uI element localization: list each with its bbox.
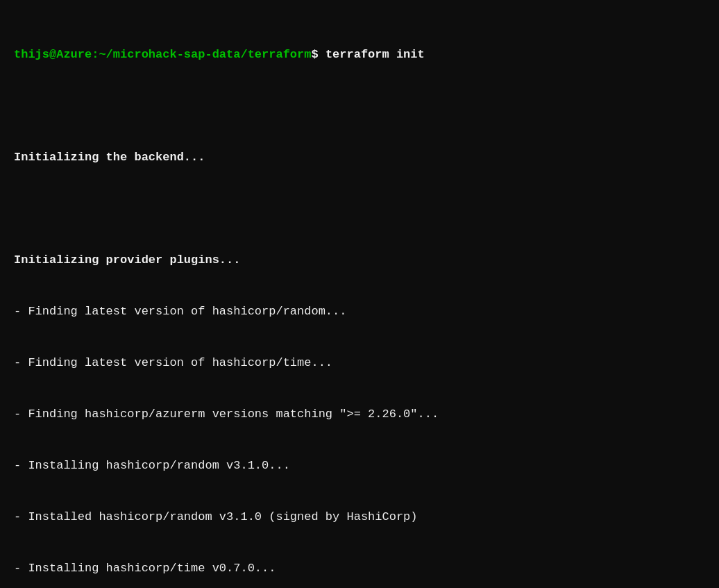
empty-line-2 — [14, 201, 705, 218]
prompt-path: :~/microhack-sap-data/terraform — [92, 48, 311, 61]
prompt-command: terraform init — [325, 48, 425, 61]
prompt-dollar: $ — [311, 48, 325, 61]
prompt-user: thijs@Azure — [14, 48, 92, 61]
empty-line-1 — [14, 98, 705, 115]
prompt-line: thijs@Azure:~/microhack-sap-data/terrafo… — [14, 47, 705, 64]
install-time-line: - Installing hashicorp/time v0.7.0... — [14, 560, 705, 578]
find-azurerm-line: - Finding hashicorp/azurerm versions mat… — [14, 406, 705, 423]
find-time-line: - Finding latest version of hashicorp/ti… — [14, 355, 705, 372]
terminal-output: thijs@Azure:~/microhack-sap-data/terrafo… — [14, 12, 705, 588]
find-random-line: - Finding latest version of hashicorp/ra… — [14, 303, 705, 321]
installed-random-line: - Installed hashicorp/random v3.1.0 (sig… — [14, 509, 705, 526]
backend-init-line: Initializing the backend... — [14, 149, 705, 167]
plugins-header-line: Initializing provider plugins... — [14, 252, 705, 269]
install-random-line: - Installing hashicorp/random v3.1.0... — [14, 457, 705, 475]
